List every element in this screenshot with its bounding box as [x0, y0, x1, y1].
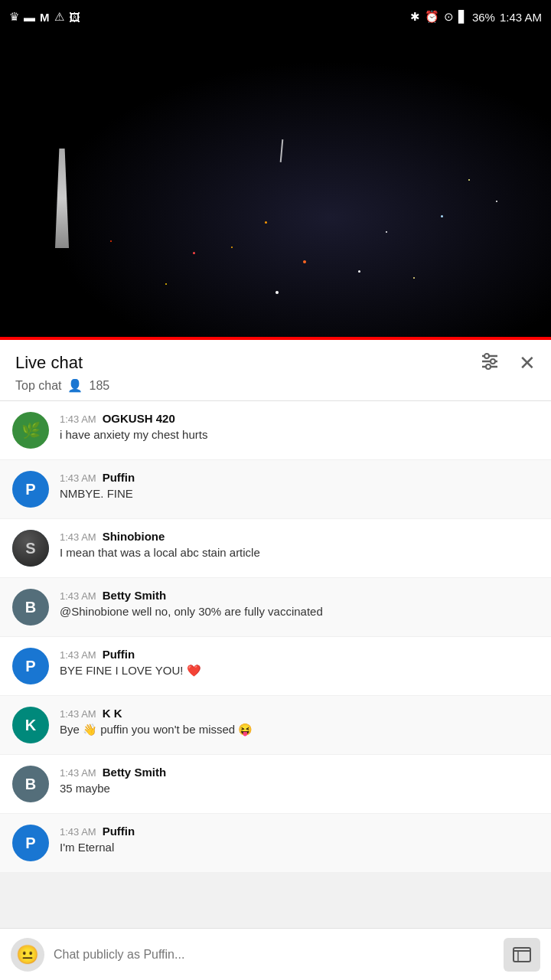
svg-point-4	[491, 359, 495, 364]
chat-header-top: Live chat ✕	[15, 351, 536, 375]
close-button[interactable]: ✕	[519, 353, 536, 373]
message-author: Puffin	[103, 471, 135, 484]
chat-subtitle: Top chat 👤 185	[15, 378, 536, 393]
message-author: K K	[103, 707, 122, 720]
message-text: 35 maybe	[60, 780, 539, 796]
chat-header-icons: ✕	[479, 351, 536, 375]
status-right-icons: ✱ ⏰ ⊙ ▋ 36% 1:43 AM	[410, 10, 542, 24]
message-author: Puffin	[103, 825, 135, 838]
video-background	[0, 34, 551, 340]
emoji-button[interactable]: 😐	[11, 938, 44, 972]
chat-message: 🌿 1:43 AM OGKUSH 420 i have anxiety my c…	[0, 401, 551, 460]
message-text: Bye 👋 puffin you won't be missed 😝	[60, 721, 539, 737]
filter-button[interactable]	[479, 351, 500, 375]
message-author: Betty Smith	[103, 589, 166, 602]
message-author: Puffin	[103, 648, 135, 661]
avatar: K	[12, 707, 49, 743]
message-meta: 1:43 AM Puffin	[60, 648, 539, 661]
chat-message: B 1:43 AM Betty Smith @Shinobione well n…	[0, 578, 551, 637]
message-text: i have anxiety my chest hurts	[60, 426, 539, 443]
image-icon: 🖼	[69, 11, 80, 24]
progress-bar[interactable]	[0, 337, 551, 340]
message-content: 1:43 AM OGKUSH 420 i have anxiety my che…	[60, 412, 539, 443]
chat-message: S 1:43 AM Shinobione I mean that was a l…	[0, 519, 551, 578]
chat-input[interactable]	[54, 948, 494, 962]
chat-title: Live chat	[15, 353, 83, 373]
message-text: BYE FINE I LOVE YOU! ❤️	[60, 662, 539, 678]
main-content: Live chat ✕ Top chat 👤 185	[0, 340, 551, 925]
message-content: 1:43 AM Betty Smith 35 maybe	[60, 766, 539, 796]
message-content: 1:43 AM K K Bye 👋 puffin you won't be mi…	[60, 707, 539, 737]
avatar: P	[12, 471, 49, 508]
top-chat-label: Top chat	[15, 379, 61, 393]
chat-messages-list: 🌿 1:43 AM OGKUSH 420 i have anxiety my c…	[0, 401, 551, 873]
avatar: B	[12, 766, 49, 802]
message-meta: 1:43 AM OGKUSH 420	[60, 412, 539, 425]
message-time: 1:43 AM	[60, 767, 96, 779]
message-time: 1:43 AM	[60, 708, 96, 720]
message-text: I mean that was a local abc stain articl…	[60, 544, 539, 560]
avatar: S	[12, 530, 49, 567]
message-meta: 1:43 AM Shinobione	[60, 530, 539, 543]
message-content: 1:43 AM Betty Smith @Shinobione well no,…	[60, 589, 539, 619]
emoji-icon: 😐	[16, 944, 39, 965]
avatar: 🌿	[12, 412, 49, 449]
message-time: 1:43 AM	[60, 649, 96, 661]
message-time: 1:43 AM	[60, 472, 96, 484]
message-meta: 1:43 AM Puffin	[60, 471, 539, 484]
viewers-count: 185	[89, 379, 109, 393]
avatar: P	[12, 825, 49, 861]
message-content: 1:43 AM Shinobione I mean that was a loc…	[60, 530, 539, 560]
video-player[interactable]	[0, 34, 551, 340]
alarm-icon: ⏰	[425, 10, 439, 24]
time-display: 1:43 AM	[500, 11, 542, 24]
m-icon: M	[40, 11, 50, 24]
chat-header: Live chat ✕ Top chat 👤 185	[0, 340, 551, 401]
signal-icon: ▋	[458, 10, 468, 24]
avatar: P	[12, 648, 49, 684]
svg-point-3	[484, 354, 489, 358]
message-time: 1:43 AM	[60, 590, 96, 602]
chat-input-bar: 😐	[0, 928, 551, 980]
monument-shape	[55, 149, 69, 248]
battery-text: 36%	[472, 11, 495, 24]
message-meta: 1:43 AM Betty Smith	[60, 766, 539, 779]
message-text: I'm Eternal	[60, 839, 539, 855]
chat-message: K 1:43 AM K K Bye 👋 puffin you won't be …	[0, 696, 551, 755]
message-content: 1:43 AM Puffin BYE FINE I LOVE YOU! ❤️	[60, 648, 539, 678]
chat-message: P 1:43 AM Puffin I'm Eternal	[0, 814, 551, 873]
warning-icon: ⚠	[54, 10, 64, 24]
message-meta: 1:43 AM Betty Smith	[60, 589, 539, 602]
message-text: NMBYE. FINE	[60, 485, 539, 501]
message-author: Betty Smith	[103, 766, 166, 779]
message-time: 1:43 AM	[60, 826, 96, 838]
status-left-icons: ♛ ▬ M ⚠ 🖼	[9, 10, 80, 24]
chat-message: B 1:43 AM Betty Smith 35 maybe	[0, 755, 551, 814]
svg-point-5	[486, 364, 491, 369]
avatar: B	[12, 589, 49, 626]
chat-message: P 1:43 AM Puffin NMBYE. FINE	[0, 460, 551, 519]
chat-message: P 1:43 AM Puffin BYE FINE I LOVE YOU! ❤️	[0, 637, 551, 696]
message-author: OGKUSH 420	[103, 412, 175, 425]
message-content: 1:43 AM Puffin NMBYE. FINE	[60, 471, 539, 501]
svg-rect-6	[514, 948, 530, 962]
bluetooth-icon: ✱	[410, 10, 420, 24]
folder-icon: ▬	[24, 11, 35, 24]
message-meta: 1:43 AM Puffin	[60, 825, 539, 838]
crown-icon: ♛	[9, 10, 19, 24]
message-text: @Shinobione well no, only 30% are fully …	[60, 603, 539, 619]
viewers-icon: 👤	[67, 378, 83, 393]
message-meta: 1:43 AM K K	[60, 707, 539, 720]
status-bar: ♛ ▬ M ⚠ 🖼 ✱ ⏰ ⊙ ▋ 36% 1:43 AM	[0, 0, 551, 34]
message-author: Shinobione	[103, 530, 165, 543]
message-content: 1:43 AM Puffin I'm Eternal	[60, 825, 539, 855]
message-time: 1:43 AM	[60, 531, 96, 543]
send-button[interactable]	[504, 938, 540, 972]
message-time: 1:43 AM	[60, 413, 96, 425]
wifi-icon: ⊙	[444, 10, 454, 24]
